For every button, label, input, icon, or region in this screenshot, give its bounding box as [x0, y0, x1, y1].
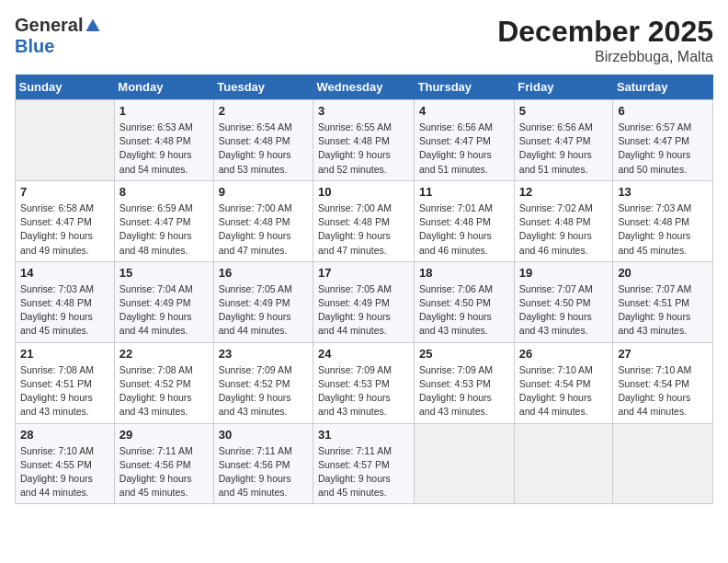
header-day-monday: Monday [114, 75, 213, 100]
day-number: 16 [219, 266, 308, 280]
calendar-cell: 2Sunrise: 6:54 AM Sunset: 4:48 PM Daylig… [213, 100, 313, 181]
calendar-week-5: 28Sunrise: 7:10 AM Sunset: 4:55 PM Dayli… [16, 423, 713, 504]
calendar-cell: 28Sunrise: 7:10 AM Sunset: 4:55 PM Dayli… [16, 423, 115, 504]
header-day-thursday: Thursday [415, 75, 515, 100]
calendar-cell: 21Sunrise: 7:08 AM Sunset: 4:51 PM Dayli… [16, 342, 115, 423]
calendar-cell: 29Sunrise: 7:11 AM Sunset: 4:56 PM Dayli… [114, 423, 213, 504]
day-number: 15 [119, 266, 209, 280]
calendar-cell: 10Sunrise: 7:00 AM Sunset: 4:48 PM Dayli… [313, 180, 415, 261]
day-info: Sunrise: 6:59 AM Sunset: 4:47 PM Dayligh… [119, 201, 209, 258]
calendar-cell: 7Sunrise: 6:58 AM Sunset: 4:47 PM Daylig… [16, 180, 115, 261]
calendar-cell [514, 423, 613, 504]
day-number: 28 [20, 428, 109, 442]
calendar-cell [613, 423, 713, 504]
day-number: 12 [519, 185, 609, 199]
calendar-cell: 24Sunrise: 7:09 AM Sunset: 4:53 PM Dayli… [313, 342, 415, 423]
logo-icon [85, 17, 101, 34]
calendar-cell: 4Sunrise: 6:56 AM Sunset: 4:47 PM Daylig… [415, 100, 515, 181]
day-number: 29 [119, 428, 209, 442]
day-info: Sunrise: 7:00 AM Sunset: 4:48 PM Dayligh… [219, 201, 308, 258]
day-number: 17 [318, 266, 409, 280]
day-info: Sunrise: 6:54 AM Sunset: 4:48 PM Dayligh… [219, 121, 308, 177]
calendar-cell: 27Sunrise: 7:10 AM Sunset: 4:54 PM Dayli… [613, 342, 713, 423]
day-info: Sunrise: 7:11 AM Sunset: 4:56 PM Dayligh… [119, 444, 209, 500]
calendar-cell: 20Sunrise: 7:07 AM Sunset: 4:51 PM Dayli… [613, 261, 713, 342]
logo-blue: Blue [15, 36, 54, 56]
logo-general: General [15, 15, 83, 36]
day-number: 8 [119, 185, 209, 199]
day-info: Sunrise: 6:57 AM Sunset: 4:47 PM Dayligh… [618, 121, 708, 177]
day-info: Sunrise: 7:09 AM Sunset: 4:53 PM Dayligh… [419, 363, 509, 419]
day-info: Sunrise: 6:53 AM Sunset: 4:48 PM Dayligh… [119, 121, 209, 177]
day-info: Sunrise: 7:02 AM Sunset: 4:48 PM Dayligh… [519, 201, 609, 258]
day-info: Sunrise: 7:05 AM Sunset: 4:49 PM Dayligh… [318, 282, 409, 339]
day-number: 20 [618, 266, 708, 280]
calendar-cell [415, 423, 515, 504]
calendar-cell: 19Sunrise: 7:07 AM Sunset: 4:50 PM Dayli… [514, 261, 613, 342]
day-info: Sunrise: 7:03 AM Sunset: 4:48 PM Dayligh… [618, 201, 708, 258]
calendar-cell: 6Sunrise: 6:57 AM Sunset: 4:47 PM Daylig… [613, 100, 713, 181]
calendar-cell: 15Sunrise: 7:04 AM Sunset: 4:49 PM Dayli… [114, 261, 213, 342]
calendar-cell: 5Sunrise: 6:56 AM Sunset: 4:47 PM Daylig… [514, 100, 613, 181]
calendar-cell: 23Sunrise: 7:09 AM Sunset: 4:52 PM Dayli… [213, 342, 313, 423]
day-number: 23 [219, 347, 308, 361]
calendar-cell: 18Sunrise: 7:06 AM Sunset: 4:50 PM Dayli… [415, 261, 515, 342]
header-day-wednesday: Wednesday [313, 75, 415, 100]
day-info: Sunrise: 7:10 AM Sunset: 4:54 PM Dayligh… [519, 363, 609, 419]
calendar-body: 1Sunrise: 6:53 AM Sunset: 4:48 PM Daylig… [16, 100, 713, 504]
header-row: SundayMondayTuesdayWednesdayThursdayFrid… [16, 75, 713, 100]
calendar-cell: 12Sunrise: 7:02 AM Sunset: 4:48 PM Dayli… [514, 180, 613, 261]
calendar-cell: 22Sunrise: 7:08 AM Sunset: 4:52 PM Dayli… [114, 342, 213, 423]
day-number: 19 [519, 266, 609, 280]
day-info: Sunrise: 7:09 AM Sunset: 4:52 PM Dayligh… [219, 363, 308, 419]
day-info: Sunrise: 7:08 AM Sunset: 4:51 PM Dayligh… [20, 363, 109, 419]
day-number: 21 [20, 347, 109, 361]
calendar-cell: 25Sunrise: 7:09 AM Sunset: 4:53 PM Dayli… [415, 342, 515, 423]
calendar-week-3: 14Sunrise: 7:03 AM Sunset: 4:48 PM Dayli… [16, 261, 713, 342]
calendar-cell: 16Sunrise: 7:05 AM Sunset: 4:49 PM Dayli… [213, 261, 313, 342]
day-number: 10 [318, 185, 409, 199]
day-number: 7 [20, 185, 109, 199]
day-number: 27 [618, 347, 708, 361]
day-number: 26 [519, 347, 609, 361]
calendar-cell: 13Sunrise: 7:03 AM Sunset: 4:48 PM Dayli… [613, 180, 713, 261]
day-number: 25 [419, 347, 509, 361]
calendar-subtitle: Birzebbuga, Malta [497, 49, 713, 65]
header-day-saturday: Saturday [613, 75, 713, 100]
calendar-week-4: 21Sunrise: 7:08 AM Sunset: 4:51 PM Dayli… [16, 342, 713, 423]
day-info: Sunrise: 7:01 AM Sunset: 4:48 PM Dayligh… [419, 201, 509, 258]
day-number: 5 [519, 104, 609, 118]
day-number: 30 [219, 428, 308, 442]
header-day-sunday: Sunday [16, 75, 115, 100]
day-number: 18 [419, 266, 509, 280]
day-info: Sunrise: 6:58 AM Sunset: 4:47 PM Dayligh… [20, 201, 109, 258]
day-info: Sunrise: 7:10 AM Sunset: 4:54 PM Dayligh… [618, 363, 708, 419]
day-info: Sunrise: 7:11 AM Sunset: 4:56 PM Dayligh… [219, 444, 308, 500]
day-info: Sunrise: 7:06 AM Sunset: 4:50 PM Dayligh… [419, 282, 509, 339]
day-number: 22 [119, 347, 209, 361]
day-info: Sunrise: 6:56 AM Sunset: 4:47 PM Dayligh… [519, 121, 609, 177]
day-info: Sunrise: 7:07 AM Sunset: 4:51 PM Dayligh… [618, 282, 708, 339]
day-info: Sunrise: 6:56 AM Sunset: 4:47 PM Dayligh… [419, 121, 509, 177]
day-number: 1 [119, 104, 209, 118]
day-number: 11 [419, 185, 509, 199]
day-info: Sunrise: 7:09 AM Sunset: 4:53 PM Dayligh… [318, 363, 409, 419]
page-header: General Blue December 2025 Birzebbuga, M… [15, 15, 713, 65]
day-info: Sunrise: 7:05 AM Sunset: 4:49 PM Dayligh… [219, 282, 308, 339]
day-number: 2 [219, 104, 308, 118]
calendar-table: SundayMondayTuesdayWednesdayThursdayFrid… [15, 75, 713, 504]
svg-marker-0 [86, 18, 100, 31]
header-day-tuesday: Tuesday [213, 75, 313, 100]
day-info: Sunrise: 7:10 AM Sunset: 4:55 PM Dayligh… [20, 444, 109, 500]
calendar-cell: 14Sunrise: 7:03 AM Sunset: 4:48 PM Dayli… [16, 261, 115, 342]
day-number: 9 [219, 185, 308, 199]
day-number: 13 [618, 185, 708, 199]
day-info: Sunrise: 7:11 AM Sunset: 4:57 PM Dayligh… [318, 444, 409, 500]
day-info: Sunrise: 7:00 AM Sunset: 4:48 PM Dayligh… [318, 201, 409, 258]
calendar-cell: 1Sunrise: 6:53 AM Sunset: 4:48 PM Daylig… [114, 100, 213, 181]
day-info: Sunrise: 7:08 AM Sunset: 4:52 PM Dayligh… [119, 363, 209, 419]
calendar-cell: 11Sunrise: 7:01 AM Sunset: 4:48 PM Dayli… [415, 180, 515, 261]
day-info: Sunrise: 7:07 AM Sunset: 4:50 PM Dayligh… [519, 282, 609, 339]
title-section: December 2025 Birzebbuga, Malta [497, 15, 713, 65]
day-number: 6 [618, 104, 708, 118]
